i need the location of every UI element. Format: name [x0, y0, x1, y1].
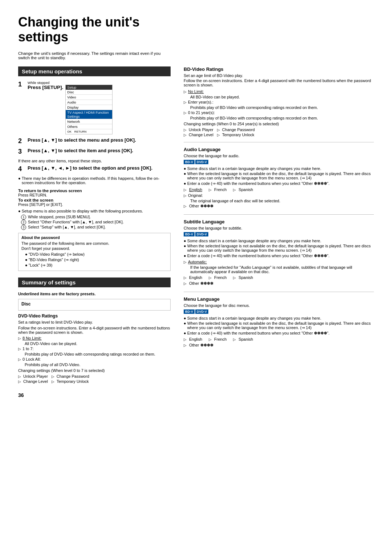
summary-section: Summary of settings Underlined items are…	[18, 278, 171, 384]
step1-label: While stopped	[28, 81, 171, 85]
steps-container: 1 While stopped Press [SETUP]. Setup Dis…	[18, 81, 171, 185]
password-box: About the password The password of the f…	[18, 233, 171, 271]
dvd-option-no-limit: ▷ 8 No Limit:	[18, 336, 171, 340]
menu-language-section: Menu Language Choose the language for di…	[184, 296, 374, 353]
step-note: If there are any other items, repeat the…	[18, 159, 171, 163]
subtitle-lang-options: ▷ English ▷ French ▷ Spanish	[184, 275, 374, 280]
pwd-bullet-1: "DVD-Video Ratings" (⇒ below)	[25, 252, 167, 257]
audio-lang-badges: BD-V DVD-V	[184, 160, 208, 164]
step-2: 2 Press [▲, ▼] to select the menu and pr…	[18, 137, 171, 145]
dvd-unlock-row1: ▷ Unlock Player ▷ Change Password	[18, 374, 171, 378]
intro-text: Change the unit's settings if necessary.…	[18, 51, 171, 60]
to-exit-title: To exit the screen	[18, 198, 171, 202]
disc-title: Disc	[21, 301, 167, 307]
left-column: Setup menu operations 1 While stopped Pr…	[18, 66, 171, 398]
bd-unlock-row1: ▷ Unlock Player ▷ Change Password	[184, 127, 374, 132]
step2-text: Press [▲, ▼] to select the menu and pres…	[28, 137, 171, 143]
audio-lang-options: ▷ English ▷ French ▷ Spanish	[184, 187, 374, 192]
password-title: About the password	[21, 235, 167, 240]
dvd-option-lock-all: ▷ 0 Lock All:	[18, 357, 171, 361]
pwd-bullet-3: "Lock" (⇒ 39)	[25, 263, 167, 268]
subtitle-other-opt: ▷ Other ✽✽✽✽	[184, 281, 374, 286]
audio-other-opt: ▷ Other ✽✽✽✽	[184, 204, 374, 208]
return-exit-section: To return to the previous screen Press R…	[18, 189, 171, 207]
audio-original-opt: ▷ Original:	[184, 193, 374, 198]
right-column: BD-Video Ratings Set an age limit of BD-…	[184, 66, 374, 398]
proc-3: 3 Select "Setup" with [▲, ▼], and select…	[18, 225, 171, 230]
to-return-text: Press RETURN.	[18, 193, 171, 197]
step4-text: Press [▲, ▼, ◄, ►] to select the option …	[28, 165, 152, 171]
subtitle-automatic-opt: ▷ Automatic:	[184, 260, 374, 264]
disc-box: Disc	[18, 299, 171, 311]
menu-other-opt: ▷ Other ✽✽✽✽	[184, 343, 374, 348]
subtitle-lang-badges: BD-V DVD-V	[184, 232, 208, 236]
password-note: Don't forget your password.	[21, 246, 167, 251]
bd-option-enter-year: ▷ Enter year(s).:	[184, 100, 374, 104]
page-title: Changing the unit's settings	[18, 15, 374, 45]
pwd-bullet-2: "BD-Video Ratings" (⇒ right)	[25, 258, 167, 262]
subtitle-lang-title: Subtitle Language	[184, 219, 374, 224]
audio-language-section: Audio Language Choose the language for a…	[184, 147, 374, 215]
subtitle-lang-desc: Choose the language for subtitle.	[184, 226, 374, 230]
dvd-option-1to7: ▷ 1 to 7:	[18, 347, 171, 351]
audio-lang-title: Audio Language	[184, 147, 374, 152]
setup-menu-box: Setup Disc Video Audio Display TV Aspect…	[65, 85, 113, 134]
procedures-list: 1 While stopped, press [SUB MENU]. 2 Sel…	[18, 215, 171, 230]
underline-note: Underlined items are the factory presets…	[18, 292, 171, 296]
step-1: 1 While stopped Press [SETUP]. Setup Dis…	[18, 81, 171, 134]
bd-ratings-desc1: Set an age limit of BD-Video play.	[184, 73, 374, 78]
to-return-title: To return to the previous screen	[18, 189, 171, 193]
step4-bullet: ● There may be differences in operation …	[18, 176, 171, 185]
menu-lang-options: ▷ English ▷ French ▷ Spanish	[184, 337, 374, 341]
step3-text: Press [▲, ▼] to select the item and pres…	[28, 148, 171, 153]
bd-option-0to21: ▷ 0 to 21 year(s):	[184, 110, 374, 115]
dvd-unlock-row2: ▷ Change Level ▷ Temporary Unlock	[18, 379, 171, 384]
bd-ratings-desc2: Follow the on-screen instructions. Enter…	[184, 78, 374, 87]
bd-changing: Changing settings (When 0 to 254 year(s)…	[184, 122, 374, 126]
dvd-ratings-section: DVD-Video Ratings Set a ratings level to…	[18, 313, 171, 384]
setup-menu-header: Setup menu operations	[18, 66, 171, 76]
dvd-ratings-desc2: Follow the on-screen instructions. Enter…	[18, 326, 171, 335]
setup-also: ● Setup menu is also possible to display…	[18, 209, 171, 213]
proc-2: 2 Select "Other Functions" with [▲, ▼], …	[18, 220, 171, 225]
bd-option-no-limit: ▷ No Limit:	[184, 89, 374, 94]
bd-ratings-title: BD-Video Ratings	[184, 66, 374, 72]
page-container: Changing the unit's settings Change the …	[18, 15, 374, 398]
password-text: The password of the following items are …	[21, 241, 167, 246]
step1-text: Press [SETUP].	[28, 85, 63, 90]
menu-lang-title: Menu Language	[184, 296, 374, 302]
bd-unlock-row2: ▷ Change Level ▷ Temporary Unlock	[184, 133, 374, 137]
menu-lang-badges: BD-V DVD-V	[184, 309, 208, 314]
bd-ratings-section: BD-Video Ratings Set an age limit of BD-…	[184, 66, 374, 142]
page-number: 36	[18, 392, 171, 398]
proc-1: 1 While stopped, press [SUB MENU].	[18, 215, 171, 220]
dvd-ratings-title: DVD-Video Ratings	[18, 313, 171, 319]
summary-header: Summary of settings	[18, 278, 171, 287]
dvd-ratings-desc1: Set a ratings level to limit DVD-Video p…	[18, 320, 171, 324]
audio-lang-desc: Choose the language for audio.	[184, 154, 374, 158]
to-exit-text: Press [SETUP] or [EXIT].	[18, 202, 171, 207]
two-column-layout: Setup menu operations 1 While stopped Pr…	[18, 66, 374, 398]
password-bullets: "DVD-Video Ratings" (⇒ below) "BD-Video …	[21, 252, 167, 268]
subtitle-language-section: Subtitle Language Choose the language fo…	[184, 219, 374, 292]
dvd-changing: Changing settings (When level 0 to 7 is …	[18, 368, 171, 373]
menu-lang-desc: Choose the language for disc menus.	[184, 303, 374, 308]
step-3: 3 Press [▲, ▼] to select the item and pr…	[18, 148, 171, 156]
step-4: 4 Press [▲, ▼, ◄, ►] to select the optio…	[18, 165, 171, 173]
